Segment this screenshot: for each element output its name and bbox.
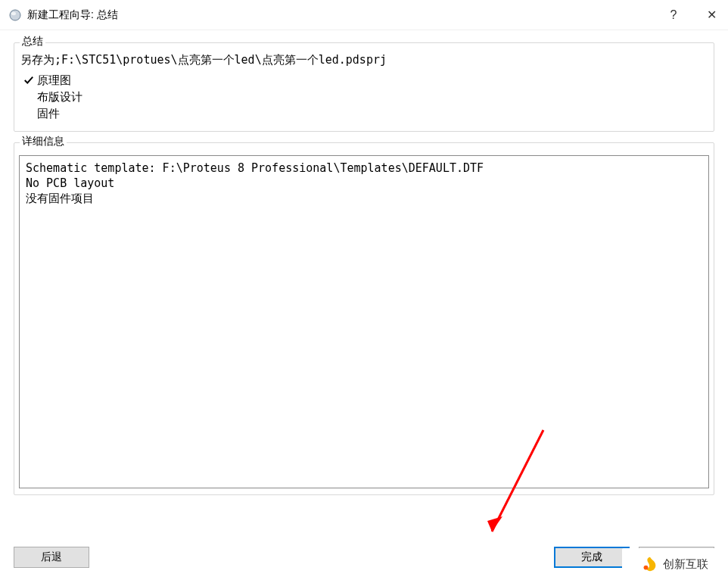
titlebar-controls: ? ✕ bbox=[666, 8, 719, 23]
details-legend: 详细信息 bbox=[20, 135, 67, 148]
svg-marker-3 bbox=[487, 516, 502, 532]
watermark-icon bbox=[642, 556, 658, 572]
summary-item-schematic: 原理图 bbox=[19, 72, 709, 89]
summary-group: 总结 另存为;F:\STC51\protues\点亮第一个led\点亮第一个le… bbox=[14, 42, 714, 132]
details-text[interactable]: Schematic template: F:\Proteus 8 Profess… bbox=[19, 155, 709, 488]
save-path: 另存为;F:\STC51\protues\点亮第一个led\点亮第一个led.p… bbox=[19, 53, 709, 67]
svg-point-4 bbox=[644, 566, 649, 570]
dialog-body: 总结 另存为;F:\STC51\protues\点亮第一个led\点亮第一个le… bbox=[0, 30, 728, 513]
window-title: 新建工程向导: 总结 bbox=[27, 8, 666, 22]
close-button[interactable]: ✕ bbox=[704, 8, 719, 23]
details-group: 详细信息 Schematic template: F:\Proteus 8 Pr… bbox=[14, 142, 714, 495]
finish-button[interactable]: 完成 bbox=[554, 547, 630, 568]
summary-item-label: 原理图 bbox=[37, 72, 71, 89]
summary-legend: 总结 bbox=[20, 35, 45, 48]
button-bar: 后退 完成 取消 bbox=[14, 547, 714, 568]
help-button[interactable]: ? bbox=[666, 8, 681, 23]
watermark: 创新互联 bbox=[622, 548, 728, 580]
summary-item-firmware: 固件 bbox=[19, 105, 709, 122]
summary-item-label: 布版设计 bbox=[37, 89, 82, 105]
summary-item-label: 固件 bbox=[37, 105, 60, 122]
svg-point-1 bbox=[11, 11, 16, 14]
check-icon bbox=[23, 75, 37, 86]
watermark-text: 创新互联 bbox=[663, 557, 708, 572]
app-icon bbox=[9, 9, 21, 21]
summary-item-layout: 布版设计 bbox=[19, 89, 709, 105]
back-button[interactable]: 后退 bbox=[14, 547, 89, 568]
svg-point-0 bbox=[10, 10, 20, 20]
titlebar: 新建工程向导: 总结 ? ✕ bbox=[0, 0, 728, 30]
